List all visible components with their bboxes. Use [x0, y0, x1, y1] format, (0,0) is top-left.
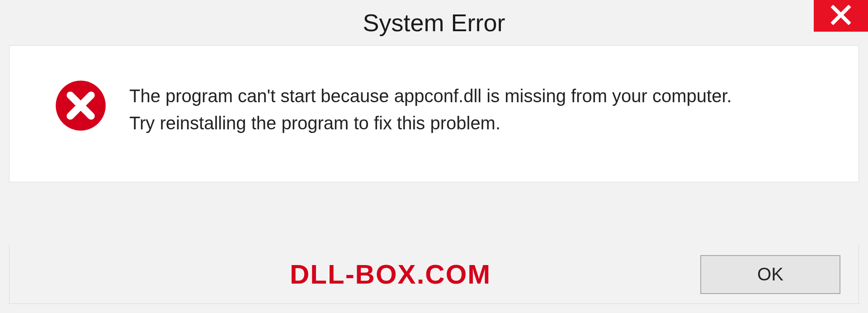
- ok-button-label: OK: [757, 264, 783, 285]
- titlebar: System Error: [0, 0, 868, 45]
- close-icon: [831, 5, 851, 27]
- message-block: The program can't start because appconf.…: [129, 80, 840, 137]
- message-line-1: The program can't start because appconf.…: [129, 82, 840, 109]
- watermark-text: DLL-BOX.COM: [290, 259, 491, 290]
- message-line-2: Try reinstalling the program to fix this…: [129, 109, 840, 137]
- content-panel: The program can't start because appconf.…: [9, 45, 859, 182]
- close-button[interactable]: [814, 0, 868, 32]
- ok-button[interactable]: OK: [700, 255, 840, 294]
- error-icon: [55, 80, 107, 132]
- footer-bar: DLL-BOX.COM OK: [9, 245, 859, 304]
- dialog-title: System Error: [363, 9, 505, 37]
